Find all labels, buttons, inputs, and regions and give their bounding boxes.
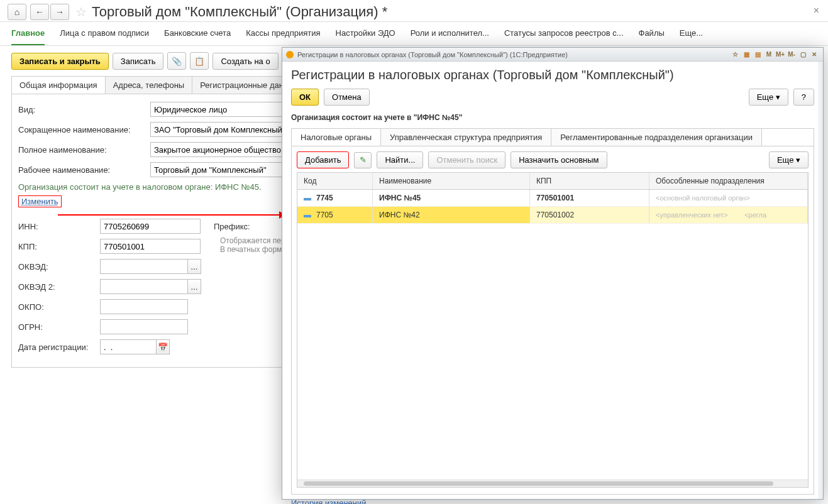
- history-link[interactable]: История изменений: [291, 498, 367, 504]
- calc-icon[interactable]: ▤: [753, 50, 763, 60]
- back-button[interactable]: ←: [30, 4, 49, 20]
- edit-icon-button[interactable]: ✎: [354, 152, 372, 168]
- attach-icon-button[interactable]: 📎: [167, 52, 186, 70]
- fullname-label: Полное наименование:: [18, 145, 150, 155]
- grid-icon[interactable]: ▦: [741, 50, 751, 60]
- okpo-label: ОКПО:: [18, 302, 100, 312]
- tab-files[interactable]: Файлы: [639, 28, 665, 45]
- close-button[interactable]: ×: [814, 5, 819, 16]
- row-icon: [304, 215, 311, 217]
- m-button[interactable]: M: [764, 50, 774, 60]
- ogrn-label: ОГРН:: [18, 322, 100, 332]
- modal-info: Организация состоит на учете в "ИФНС №45…: [291, 113, 814, 122]
- tab-bank[interactable]: Банковские счета: [164, 28, 231, 45]
- modal-help-button[interactable]: ?: [793, 89, 814, 106]
- save-close-button[interactable]: Записать и закрыть: [11, 53, 109, 70]
- favorite-star-icon[interactable]: ☆: [75, 4, 87, 19]
- tax-registration-dialog: Регистрации в налоговых органах (Торговы…: [282, 47, 824, 500]
- change-link[interactable]: Изменить: [18, 195, 62, 207]
- regdate-calendar[interactable]: 📅: [156, 339, 170, 354]
- forward-button[interactable]: →: [50, 4, 69, 20]
- kind-input[interactable]: [150, 102, 301, 117]
- okved-input[interactable]: [100, 259, 188, 274]
- subtab-general[interactable]: Общая информация: [11, 76, 106, 94]
- subtab-addresses[interactable]: Адреса, телефоны: [105, 76, 193, 94]
- modal-cancel-button[interactable]: Отмена: [324, 89, 370, 106]
- modal-ok-button[interactable]: ОК: [291, 89, 319, 106]
- okved-picker[interactable]: ...: [187, 259, 201, 274]
- tab-more[interactable]: Еще...: [680, 28, 703, 45]
- main-tabs: Главное Лица с правом подписи Банковские…: [0, 22, 828, 46]
- col-kpp[interactable]: КПП: [530, 173, 649, 189]
- row-icon: [304, 198, 311, 200]
- restore-icon[interactable]: ▢: [798, 50, 808, 60]
- fullname-input[interactable]: [150, 142, 301, 157]
- kpp-label: КПП:: [18, 242, 100, 251]
- tab-cash[interactable]: Кассы предприятия: [246, 28, 320, 45]
- regdate-label: Дата регистрации:: [18, 342, 100, 352]
- tab-main[interactable]: Главное: [11, 28, 45, 45]
- m-minus-button[interactable]: M-: [787, 50, 797, 60]
- modal-tab-units[interactable]: Регламентированные подразделения организ…: [551, 129, 762, 146]
- table-row[interactable]: 7705 ИФНС №42 770501002 <управленческих …: [297, 207, 808, 224]
- col-name[interactable]: Наименование: [373, 173, 530, 189]
- modal-close-icon[interactable]: ✕: [809, 50, 819, 60]
- col-units[interactable]: Обособленные подразделения: [649, 173, 808, 189]
- col-code[interactable]: Код: [297, 173, 373, 189]
- tab-statuses[interactable]: Статусы запросов реестров с...: [504, 28, 624, 45]
- set-main-button[interactable]: Назначить основным: [511, 151, 607, 168]
- add-button[interactable]: Добавить: [297, 151, 349, 168]
- subtab-reg[interactable]: Регистрационные данн: [192, 76, 296, 94]
- okved-label: ОКВЭД:: [18, 262, 100, 271]
- scrollbar-right[interactable]: [818, 62, 823, 499]
- regdate-input[interactable]: [100, 339, 157, 354]
- inn-label: ИНН:: [18, 222, 100, 231]
- modal-tab-struct[interactable]: Управленческая структура предприятия: [381, 129, 551, 146]
- horizontal-scrollbar[interactable]: [297, 479, 808, 487]
- table-row[interactable]: 7745 ИФНС №45 770501001 <основной налого…: [297, 190, 808, 207]
- workname-input[interactable]: [150, 162, 301, 177]
- okved2-input[interactable]: [100, 279, 188, 294]
- modal-tab-tax[interactable]: Налоговые органы: [292, 129, 381, 146]
- save-button[interactable]: Записать: [113, 53, 164, 70]
- shortname-label: Сокращенное наименование:: [18, 125, 150, 134]
- shortname-input[interactable]: [150, 122, 301, 137]
- okved2-label: ОКВЭД 2:: [18, 282, 100, 292]
- ogrn-input[interactable]: [100, 319, 188, 334]
- m-plus-button[interactable]: M+: [775, 50, 785, 60]
- tab-edo[interactable]: Настройки ЭДО: [336, 28, 395, 45]
- tab-signers[interactable]: Лица с правом подписи: [60, 28, 149, 45]
- cancel-search-button[interactable]: Отменить поиск: [428, 151, 505, 168]
- home-button[interactable]: ⌂: [8, 4, 26, 20]
- app-icon: [286, 51, 294, 58]
- page-title: Торговый дом "Комплексный" (Организация)…: [92, 4, 387, 20]
- tab-roles[interactable]: Роли и исполнител...: [411, 28, 489, 45]
- workname-label: Рабочее наименование:: [18, 165, 150, 175]
- modal-heading: Регистрации в налоговых органах (Торговы…: [291, 68, 814, 82]
- favorite-icon[interactable]: ☆: [730, 50, 740, 60]
- inn-input[interactable]: [100, 219, 201, 234]
- okved2-picker[interactable]: ...: [187, 279, 201, 294]
- modal-more-button[interactable]: Еще ▾: [749, 89, 788, 106]
- kind-label: Вид:: [18, 105, 150, 114]
- table-more-button[interactable]: Еще ▾: [769, 151, 809, 168]
- kpp-input[interactable]: [100, 239, 201, 254]
- annotation-arrow: [58, 214, 280, 216]
- okpo-input[interactable]: [100, 299, 188, 314]
- modal-titlebar-text: Регистрации в налоговых органах (Торговы…: [297, 51, 568, 58]
- find-button[interactable]: Найти...: [377, 151, 423, 168]
- list-icon-button[interactable]: 📋: [190, 52, 209, 70]
- tax-table: Код Наименование КПП Обособленные подраз…: [297, 172, 809, 488]
- create-on-button[interactable]: Создать на о: [213, 53, 278, 70]
